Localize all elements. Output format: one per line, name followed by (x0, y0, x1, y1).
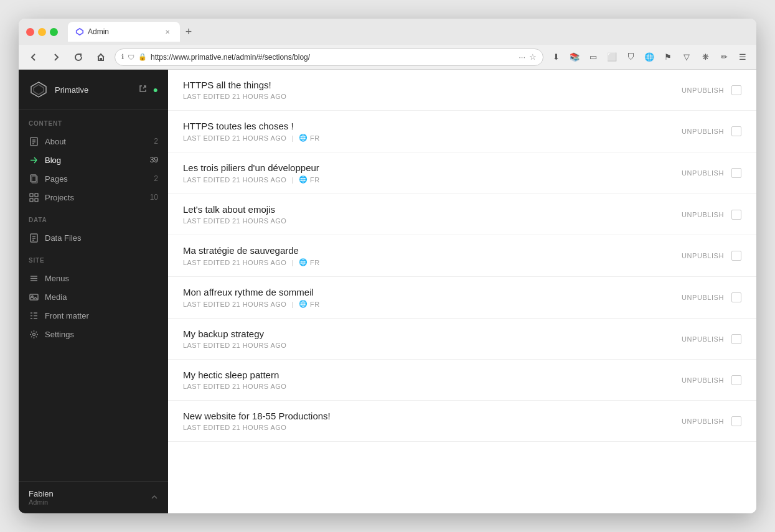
content-list: HTTPS all the things! LAST EDITED 21 HOU… (168, 70, 756, 442)
sidebar-item-front-matter[interactable]: Front matter (19, 306, 168, 325)
menu-icon[interactable]: ☰ (735, 50, 750, 65)
address-bar[interactable]: ℹ 🛡 🔒 https://www.primative.net/admin/#/… (115, 49, 543, 66)
extension-icon[interactable]: ❋ (698, 50, 713, 65)
svg-rect-12 (30, 194, 33, 197)
lang-code: FR (310, 134, 320, 142)
pages-icon (29, 174, 39, 184)
sidebar-item-projects[interactable]: Projects 10 (19, 188, 168, 207)
filter-icon[interactable]: ▽ (679, 50, 694, 65)
close-button[interactable] (26, 28, 34, 36)
unpublish-button[interactable]: UNPUBLISH (682, 128, 724, 135)
svg-point-31 (32, 333, 35, 335)
item-checkbox[interactable] (731, 375, 741, 385)
menus-icon (29, 273, 39, 283)
item-checkbox[interactable] (731, 334, 741, 344)
media-label: Media (45, 292, 158, 302)
item-title[interactable]: Mon affreux rythme de sommeil (183, 287, 672, 297)
lang-code: FR (310, 301, 320, 308)
last-edited-text: LAST EDITED 21 HOURS AGO (183, 301, 286, 308)
tab-close-icon[interactable]: ✕ (162, 27, 172, 37)
item-actions: UNPUBLISH (682, 168, 741, 178)
media-icon (29, 292, 39, 302)
list-item: Ma stratégie de sauvegarde LAST EDITED 2… (168, 235, 756, 277)
item-actions: UNPUBLISH (682, 126, 741, 136)
last-edited-text: LAST EDITED 21 HOURS AGO (183, 134, 286, 142)
sidebar-toggle-icon[interactable]: ▭ (586, 50, 601, 65)
item-info: My hectic sleep pattern LAST EDITED 21 H… (183, 370, 672, 390)
sidebar-item-menus[interactable]: Menus (19, 269, 168, 287)
unpublish-button[interactable]: UNPUBLISH (682, 169, 724, 177)
globe-icon: 🌐 (299, 258, 308, 266)
pen-icon[interactable]: ✏ (716, 50, 731, 65)
item-info: Mon affreux rythme de sommeil LAST EDITE… (183, 287, 672, 308)
unpublish-button[interactable]: UNPUBLISH (682, 211, 724, 218)
item-meta: LAST EDITED 21 HOURS AGO | 🌐 FR (183, 300, 672, 308)
unpublish-button[interactable]: UNPUBLISH (682, 335, 724, 343)
unpublish-button[interactable]: UNPUBLISH (682, 376, 724, 384)
svg-rect-15 (35, 198, 38, 202)
logo-icon (29, 80, 49, 100)
back-button[interactable] (25, 49, 42, 66)
item-title[interactable]: My hectic sleep pattern (183, 370, 672, 380)
titlebar: Admin ✕ + (19, 19, 756, 45)
lang-badge: 🌐 FR (299, 300, 320, 308)
item-checkbox[interactable] (731, 251, 741, 261)
options-icon[interactable]: ··· (519, 52, 525, 62)
lang-code: FR (310, 259, 320, 266)
item-actions: UNPUBLISH (682, 251, 741, 261)
flag-icon[interactable]: ⚑ (660, 50, 675, 65)
item-title[interactable]: Ma stratégie de sauvegarde (183, 245, 672, 256)
fullscreen-button[interactable] (50, 28, 58, 36)
last-edited-text: LAST EDITED 21 HOURS AGO (183, 176, 286, 184)
sidebar-item-about[interactable]: About 2 (19, 132, 168, 151)
item-meta: LAST EDITED 21 HOURS AGO | 🌐 FR (183, 258, 672, 266)
sidebar-footer: Fabien Admin (19, 481, 168, 513)
user-info: Fabien Admin (29, 489, 54, 506)
item-checkbox[interactable] (731, 85, 741, 95)
list-item: Let's talk about emojis LAST EDITED 21 H… (168, 194, 756, 235)
sidebar-item-data-files[interactable]: Data Files (19, 228, 168, 247)
pages-label: Pages (45, 174, 148, 184)
bookmark-icon[interactable]: ☆ (529, 52, 537, 62)
item-checkbox[interactable] (731, 126, 741, 136)
active-tab[interactable]: Admin ✕ (68, 22, 180, 42)
unpublish-button[interactable]: UNPUBLISH (682, 294, 724, 301)
screenshot-icon[interactable]: ⬜ (604, 50, 619, 65)
globe-icon[interactable]: 🌐 (642, 50, 657, 65)
url-text[interactable]: https://www.primative.net/admin/#/sectio… (151, 53, 515, 62)
download-icon[interactable]: ⬇ (548, 50, 563, 65)
home-button[interactable] (92, 49, 110, 66)
item-checkbox[interactable] (731, 292, 741, 302)
lang-code: FR (310, 176, 320, 184)
shield2-icon[interactable]: ⛉ (623, 50, 638, 65)
item-checkbox[interactable] (731, 210, 741, 220)
item-checkbox[interactable] (731, 416, 741, 426)
unpublish-button[interactable]: UNPUBLISH (682, 252, 724, 259)
last-edited-text: LAST EDITED 21 HOURS AGO (183, 383, 286, 390)
bookmarks-icon[interactable]: 📚 (567, 50, 582, 65)
item-meta: LAST EDITED 21 HOURS AGO (183, 217, 672, 225)
chevron-up-icon[interactable] (151, 492, 158, 503)
item-title[interactable]: My backup strategy (183, 329, 672, 339)
external-link-icon[interactable] (139, 85, 147, 95)
item-info: HTTPS all the things! LAST EDITED 21 HOU… (183, 80, 672, 100)
item-title[interactable]: HTTPS toutes les choses ! (183, 121, 672, 131)
item-title[interactable]: New website for 18-55 Productions! (183, 411, 672, 421)
sidebar-item-blog[interactable]: Blog 39 (19, 151, 168, 169)
unpublish-button[interactable]: UNPUBLISH (682, 418, 724, 425)
sidebar-item-settings[interactable]: Settings (19, 325, 168, 343)
sidebar-item-pages[interactable]: Pages 2 (19, 169, 168, 188)
item-title[interactable]: Let's talk about emojis (183, 204, 672, 215)
item-checkbox[interactable] (731, 168, 741, 178)
item-title[interactable]: Les trois piliers d'un développeur (183, 162, 672, 173)
about-label: About (45, 137, 148, 146)
refresh-button[interactable] (70, 49, 87, 66)
minimize-button[interactable] (38, 28, 46, 36)
separator: | (291, 176, 293, 184)
item-title[interactable]: HTTPS all the things! (183, 80, 672, 90)
forward-button[interactable] (47, 49, 65, 66)
new-tab-button[interactable]: + (180, 23, 197, 40)
main-content: HTTPS all the things! LAST EDITED 21 HOU… (168, 70, 756, 513)
sidebar-item-media[interactable]: Media (19, 287, 168, 306)
unpublish-button[interactable]: UNPUBLISH (682, 86, 724, 94)
